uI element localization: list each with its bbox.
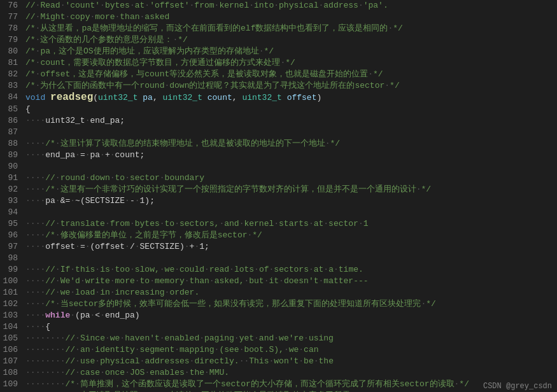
line-number: 80 (0, 46, 23, 57)
line-content (23, 207, 557, 218)
table-row: 77//·Might·copy·more·than·asked (0, 11, 557, 23)
table-row: 103····while·(pa·<·end_pa) (0, 310, 557, 321)
line-content: ········//·Since·we·haven't·enabled·pagi… (23, 333, 557, 344)
table-row: 106········//·an·identity·segment·mappin… (0, 344, 557, 356)
line-number: 108 (0, 367, 23, 379)
table-row: 81/*·count，需要读取的数据总字节数目，方便通过偏移的方式来处理·*/ (0, 57, 557, 69)
line-content: /*·offset，这是存储偏移，与count等没必然关系，是被读取对象，也就是… (23, 69, 557, 80)
footer-label: CSDN @grey_csdn (478, 381, 557, 392)
line-number: 96 (0, 230, 23, 241)
line-number: 106 (0, 344, 23, 356)
line-number: 109 (0, 379, 23, 390)
table-row: 94 (0, 207, 557, 218)
table-row: 102····/*·当sector多的时候，效率可能会低一些，如果没有读完，那么… (0, 298, 557, 310)
line-content: /*·为什么下面的函数中有一个round·down的过程呢？其实就是为了寻找这个… (23, 80, 557, 92)
line-content: ····offset·=·(offset·/·SECTSIZE)·+·1; (23, 241, 557, 253)
line-content: ····/*·修改偏移量的单位，之前是字节，修改后是sector·*/ (23, 230, 557, 241)
line-number: 86 (0, 115, 23, 127)
line-number: 84 (0, 92, 23, 104)
line-content: ········//·case·once·JOS·enables·the·MMU… (23, 367, 557, 379)
line-number: 83 (0, 80, 23, 92)
line-content: ····pa·&=·~(SECTSIZE·-·1); (23, 195, 557, 207)
table-row: 108········//·case·once·JOS·enables·the·… (0, 367, 557, 379)
line-content: ····//·we·load·in·increasing·order. (23, 287, 557, 298)
line-content: ····end_pa·=·pa·+·count; (23, 150, 557, 161)
line-content: ····/*·这里计算了读取信息的结束物理地址，也就是被读取的地址的下一个地址·… (23, 138, 557, 150)
table-row: 82/*·offset，这是存储偏移，与count等没必然关系，是被读取对象，也… (0, 69, 557, 80)
table-row: 87 (0, 127, 557, 138)
table-row: 89····end_pa·=·pa·+·count; (0, 150, 557, 161)
table-row: 84void readseg(uint32_t pa, uint32_t cou… (0, 92, 557, 104)
code-table: 76//·Read·'count'·bytes·at·'offset'·from… (0, 0, 557, 392)
line-content: //·Might·copy·more·than·asked (23, 11, 557, 23)
line-number: 99 (0, 264, 23, 276)
line-number: 97 (0, 241, 23, 253)
line-number: 94 (0, 207, 23, 218)
line-number: 105 (0, 333, 23, 344)
line-content: void readseg(uint32_t pa, uint32_t count… (23, 92, 557, 104)
line-number: 95 (0, 218, 23, 230)
line-content: ····//·round·down·to·sector·boundary (23, 172, 557, 184)
line-number: 85 (0, 104, 23, 115)
line-content: ····while·(pa·<·end_pa) (23, 310, 557, 321)
code-editor: 76//·Read·'count'·bytes·at·'offset'·from… (0, 0, 557, 392)
table-row: 96····/*·修改偏移量的单位，之前是字节，修改后是sector·*/ (0, 230, 557, 241)
table-row: 105········//·Since·we·haven't·enabled·p… (0, 333, 557, 344)
line-number: 103 (0, 310, 23, 321)
line-content: ····uint32_t·end_pa; (23, 115, 557, 127)
line-number: 98 (0, 253, 23, 264)
line-number: 91 (0, 172, 23, 184)
line-number: 82 (0, 69, 23, 80)
table-row: 93····pa·&=·~(SECTSIZE·-·1); (0, 195, 557, 207)
table-row: 100····//·We'd·write·more·to·memory·than… (0, 276, 557, 287)
line-content: ····{ (23, 321, 557, 333)
line-number: 87 (0, 127, 23, 138)
table-row: 91····//·round·down·to·sector·boundary (0, 172, 557, 184)
line-content: ········//·an·identity·segment·mapping·(… (23, 344, 557, 356)
table-row: 104····{ (0, 321, 557, 333)
line-number: 93 (0, 195, 23, 207)
line-number: 101 (0, 287, 23, 298)
line-number: 79 (0, 34, 23, 46)
table-row: 83/*·为什么下面的函数中有一个round·down的过程呢？其实就是为了寻找… (0, 80, 557, 92)
line-number: 104 (0, 321, 23, 333)
table-row: 90 (0, 161, 557, 172)
table-row: 86····uint32_t·end_pa; (0, 115, 557, 127)
line-content: /*·pa，这个是OS使用的地址，应该理解为内存类型的存储地址·*/ (23, 46, 557, 57)
table-row: 85{ (0, 104, 557, 115)
line-number: 77 (0, 11, 23, 23)
table-row: 95····//·translate·from·bytes·to·sectors… (0, 218, 557, 230)
table-row: 80/*·pa，这个是OS使用的地址，应该理解为内存类型的存储地址·*/ (0, 46, 557, 57)
line-number: 90 (0, 161, 23, 172)
line-number: 100 (0, 276, 23, 287)
line-content: ····//·translate·from·bytes·to·sectors,·… (23, 218, 557, 230)
line-content (23, 127, 557, 138)
table-row: 101····//·we·load·in·increasing·order. (0, 287, 557, 298)
line-content: /*·这个函数的几个参数的意思分别是：·*/ (23, 34, 557, 46)
line-content: /*·从这里看，pa是物理地址的缩写，而这个在前面看到的elf数据结构中也看到了… (23, 23, 557, 34)
line-number: 92 (0, 184, 23, 195)
line-content (23, 161, 557, 172)
table-row: 78/*·从这里看，pa是物理地址的缩写，而这个在前面看到的elf数据结构中也看… (0, 23, 557, 34)
line-number: 89 (0, 150, 23, 161)
table-row: 107········//·use·physical·addresses·dir… (0, 356, 557, 367)
line-content: { (23, 104, 557, 115)
line-content: ········/*·简单推测，这个函数应该是读取了一个sector的大小存储，… (23, 379, 557, 390)
table-row: 97····offset·=·(offset·/·SECTSIZE)·+·1; (0, 241, 557, 253)
line-number: 76 (0, 0, 23, 11)
line-content: //·Read·'count'·bytes·at·'offset'·from·k… (23, 0, 557, 11)
line-number: 88 (0, 138, 23, 150)
line-content: ····//·We'd·write·more·to·memory·than·as… (23, 276, 557, 287)
line-number: 102 (0, 298, 23, 310)
line-content (23, 253, 557, 264)
table-row: 98 (0, 253, 557, 264)
line-number: 107 (0, 356, 23, 367)
table-row: 109········/*·简单推测，这个函数应该是读取了一个sector的大小… (0, 379, 557, 390)
line-number: 81 (0, 57, 23, 69)
table-row: 79/*·这个函数的几个参数的意思分别是：·*/ (0, 34, 557, 46)
table-row: 99····//·If·this·is·too·slow,·we·could·r… (0, 264, 557, 276)
table-row: 92····/*·这里有一个非常讨巧的设计实现了一个按照指定的字节数对齐的计算，… (0, 184, 557, 195)
line-number: 78 (0, 23, 23, 34)
line-content: ········//·use·physical·addresses·direct… (23, 356, 557, 367)
table-row: 76//·Read·'count'·bytes·at·'offset'·from… (0, 0, 557, 11)
